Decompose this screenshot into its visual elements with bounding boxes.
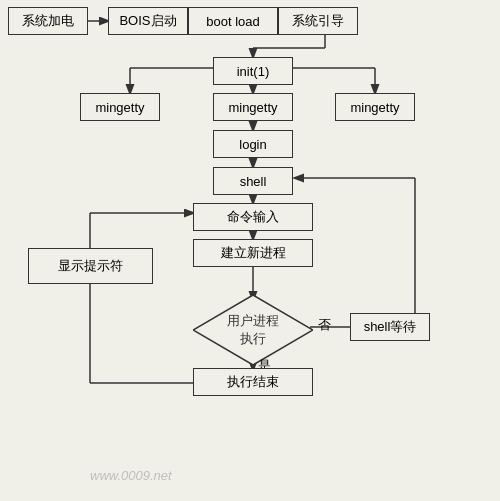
- box-newprocess: 建立新进程: [193, 239, 313, 267]
- box-sysboot: 系统引导: [278, 7, 358, 35]
- diamond-svg: 用户进程 执行: [193, 295, 313, 365]
- box-shell: shell: [213, 167, 293, 195]
- box-showprompt: 显示提示符: [28, 248, 153, 284]
- svg-marker-24: [193, 295, 313, 365]
- watermark: www.0009.net: [90, 468, 172, 483]
- box-execend: 执行结束: [193, 368, 313, 396]
- label-no: 否: [318, 316, 331, 334]
- box-bios: BOIS启动: [108, 7, 188, 35]
- box-login: login: [213, 130, 293, 158]
- box-mingetty2: mingetty: [213, 93, 293, 121]
- box-shellwait: shell等待: [350, 313, 430, 341]
- box-mingetty1: mingetty: [80, 93, 160, 121]
- box-mingetty3: mingetty: [335, 93, 415, 121]
- box-power: 系统加电: [8, 7, 88, 35]
- box-cmdinput: 命令输入: [193, 203, 313, 231]
- box-init: init(1): [213, 57, 293, 85]
- svg-text:用户进程: 用户进程: [227, 313, 279, 328]
- flowchart: 系统加电 BOIS启动 boot load 系统引导 init(1) minge…: [0, 0, 500, 501]
- box-bootloader: boot load: [188, 7, 278, 35]
- svg-text:执行: 执行: [240, 331, 266, 346]
